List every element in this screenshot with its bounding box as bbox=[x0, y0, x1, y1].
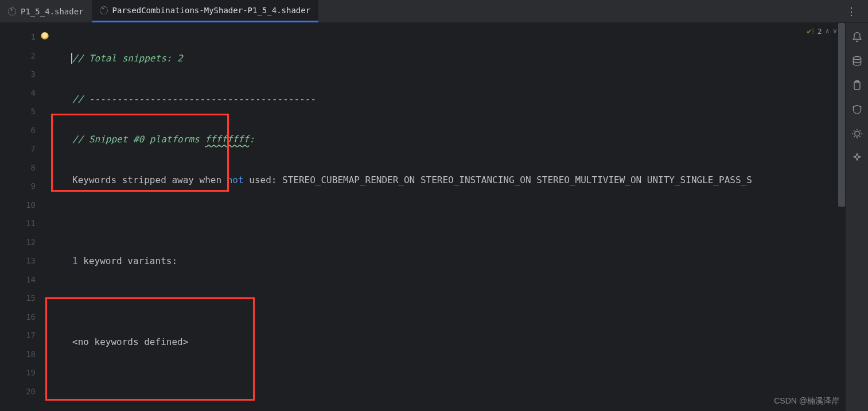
shader-file-icon bbox=[8, 7, 16, 15]
notifications-icon[interactable] bbox=[851, 31, 863, 44]
editor-tabs: P1_5_4.shader ParsedCombinations-MyShade… bbox=[0, 0, 868, 23]
line-number: 1 bbox=[0, 28, 52, 46]
line-number: 6 bbox=[0, 121, 52, 140]
line-number: 16 bbox=[0, 308, 52, 327]
watermark-text: CSDN @楠溪泽岸 bbox=[774, 396, 839, 406]
inspection-count: 2 bbox=[818, 27, 822, 36]
tab-label: ParsedCombinations-MyShader-P1_5_4.shade… bbox=[112, 6, 311, 15]
line-number: 14 bbox=[0, 270, 52, 289]
chevron-up-icon: ∧ bbox=[826, 27, 830, 35]
line-number: 3 bbox=[0, 65, 52, 84]
line-number: 2 bbox=[0, 46, 52, 65]
svg-point-0 bbox=[853, 57, 861, 60]
vertical-scrollbar[interactable] bbox=[838, 23, 845, 411]
code-text: // Snippet #0 platforms bbox=[72, 134, 205, 145]
line-number: 20 bbox=[0, 382, 52, 401]
code-text: not bbox=[227, 175, 244, 185]
right-tool-rail bbox=[845, 23, 868, 411]
line-number: 12 bbox=[0, 233, 52, 252]
code-text: 1 bbox=[72, 255, 78, 266]
ai-assistant-icon[interactable] bbox=[851, 152, 863, 164]
code-text: : bbox=[249, 134, 255, 145]
main-area: 1 2 3 4 5 6 7 8 9 10 11 12 13 14 15 16 1… bbox=[0, 23, 868, 411]
editor[interactable]: 1 2 3 4 5 6 7 8 9 10 11 12 13 14 15 16 1… bbox=[0, 23, 845, 411]
svg-point-3 bbox=[854, 131, 859, 136]
tab-file-1[interactable]: P1_5_4.shader bbox=[0, 0, 92, 22]
line-number: 5 bbox=[0, 102, 52, 121]
tab-label: P1_5_4.shader bbox=[21, 7, 84, 16]
line-number: 19 bbox=[0, 363, 52, 382]
shield-icon[interactable] bbox=[851, 103, 863, 116]
line-number: 10 bbox=[0, 196, 52, 215]
code-text: Keywords stripped away when bbox=[72, 175, 227, 185]
kebab-icon: ⋮ bbox=[846, 5, 857, 17]
code-text: used: STEREO_CUBEMAP_RENDER_ON STEREO_IN… bbox=[244, 175, 752, 185]
bug-icon[interactable] bbox=[851, 127, 863, 140]
code-content[interactable]: // Total snippets: 2 // ----------------… bbox=[52, 23, 845, 411]
line-number: 7 bbox=[0, 139, 52, 158]
code-text: keyword variants: bbox=[78, 255, 177, 266]
code-text: ffffffff bbox=[205, 134, 249, 145]
clipboard-icon[interactable] bbox=[851, 79, 863, 92]
line-number: 8 bbox=[0, 158, 52, 177]
line-number-gutter: 1 2 3 4 5 6 7 8 9 10 11 12 13 14 15 16 1… bbox=[0, 23, 52, 411]
checkmark-icon: ✔⁝ bbox=[807, 26, 813, 36]
chevron-down-icon: ∨ bbox=[833, 27, 837, 35]
code-text: // Total snippets: 2 bbox=[72, 53, 183, 64]
database-icon[interactable] bbox=[851, 55, 863, 68]
code-text: // -------------------------------------… bbox=[72, 94, 316, 104]
line-number: 11 bbox=[0, 214, 52, 233]
line-number: 13 bbox=[0, 251, 52, 270]
code-text: <no keywords defined> bbox=[72, 336, 188, 347]
shader-file-icon bbox=[100, 6, 108, 14]
inspection-badge[interactable]: ✔⁝ 2 ∧ ∨ bbox=[807, 26, 837, 36]
tab-file-2-active[interactable]: ParsedCombinations-MyShader-P1_5_4.shade… bbox=[92, 0, 319, 22]
scrollbar-thumb[interactable] bbox=[838, 23, 845, 207]
line-number: 15 bbox=[0, 289, 52, 308]
line-number: 9 bbox=[0, 177, 52, 196]
line-number: 17 bbox=[0, 326, 52, 345]
line-number: 18 bbox=[0, 345, 52, 364]
tab-overflow-menu[interactable]: ⋮ bbox=[835, 5, 868, 17]
line-number: 4 bbox=[0, 84, 52, 103]
